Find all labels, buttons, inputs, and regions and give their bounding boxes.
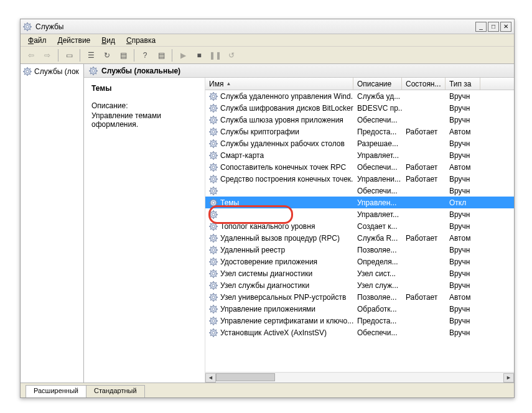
detail-desc-label: Описание: xyxy=(91,101,197,110)
minimize-button[interactable]: _ xyxy=(475,22,487,32)
service-startup: Вручн xyxy=(446,104,480,113)
service-row[interactable]: Узел универсальных PNP-устройствПозволяе… xyxy=(205,291,514,303)
main-header-label: Службы (локальные) xyxy=(101,67,180,75)
client-area: Службы (лок Службы (локальные) Темы Опис… xyxy=(21,64,514,383)
service-row[interactable]: Смарт-картаУправляет...Вручн xyxy=(205,149,514,161)
tab-extended[interactable]: Расширенный xyxy=(26,385,86,397)
stop-button[interactable]: ■ xyxy=(192,49,206,62)
service-name: Тополог канального уровня xyxy=(220,222,315,231)
service-row[interactable]: ТелефонияОбеспечи...Вручн xyxy=(205,185,514,197)
service-row[interactable]: ТемыУправлен...Откл xyxy=(205,197,514,208)
service-row[interactable]: Управление приложениямиОбработк...Вручн xyxy=(205,303,514,315)
service-row[interactable]: Удаленный реестрПозволяе...Вручн xyxy=(205,244,514,256)
service-name: Установщик ActiveX (AxInstSV) xyxy=(220,328,327,337)
service-name: Узел службы диагностики xyxy=(220,281,309,290)
view-tabs: Расширенный Стандартный xyxy=(21,383,514,397)
service-desc: Обеспечи... xyxy=(353,328,402,337)
service-name: Служба шифрования дисков BitLocker xyxy=(220,104,353,113)
service-desc: Позволяе... xyxy=(353,293,402,302)
titlebar[interactable]: Службы _ □ ✕ xyxy=(21,19,514,34)
tree-pane[interactable]: Службы (лок xyxy=(21,64,84,383)
service-row[interactable]: Службы удаленных рабочих столовРазрешае.… xyxy=(205,137,514,149)
list-button[interactable]: ▤ xyxy=(154,49,168,62)
service-desc: Позволяе... xyxy=(353,246,402,254)
service-name: Службы криптографии xyxy=(220,128,299,136)
service-desc: Управлени... xyxy=(353,175,402,183)
tree-node-label: Службы (лок xyxy=(34,67,79,76)
service-state: Работает xyxy=(402,293,446,302)
service-desc: Разрешае... xyxy=(353,139,402,148)
service-row[interactable]: Служба шлюза уровня приложенияОбеспечи..… xyxy=(205,114,514,126)
service-row[interactable]: Установщик ActiveX (AxInstSV)Обеспечи...… xyxy=(205,327,514,338)
separator xyxy=(58,49,58,62)
rows-container: Служба удаленного управления Wind...Служ… xyxy=(205,90,514,372)
service-row[interactable]: Сопоставитель конечных точек RPCОбеспечи… xyxy=(205,161,514,173)
service-name: Служба шлюза уровня приложения xyxy=(220,116,343,124)
scroll-left-icon[interactable]: ◄ xyxy=(205,373,216,383)
service-name: Удаленный реестр xyxy=(220,246,285,254)
column-desc[interactable]: Описание xyxy=(353,78,402,90)
service-name: Удаленный вызов процедур (RPC) xyxy=(220,234,340,243)
service-name: Средство построения конечных точек... xyxy=(220,175,353,183)
service-startup: Автом xyxy=(446,163,480,172)
service-startup: Вручн xyxy=(446,116,480,124)
start-button: ▶ xyxy=(176,49,190,62)
sort-asc-icon: ▲ xyxy=(226,81,231,86)
tree-node-services[interactable]: Службы (лок xyxy=(22,67,82,77)
service-name: Узел универсальных PNP-устройств xyxy=(220,293,346,302)
scroll-right-icon[interactable]: ► xyxy=(503,373,514,383)
column-name[interactable]: Имя▲ xyxy=(205,78,353,90)
service-row[interactable]: Узел системы диагностикиУзел сист...Вруч… xyxy=(205,267,514,279)
export-button[interactable]: ▤ xyxy=(116,49,130,62)
service-row[interactable]: Средство построения конечных точек...Упр… xyxy=(205,173,514,185)
service-row[interactable]: Тополог канального уровняСоздает к...Вру… xyxy=(205,220,514,232)
service-row[interactable]: Узел службы диагностикиУзел служ...Вручн xyxy=(205,279,514,291)
service-startup: Откл xyxy=(446,198,480,207)
scroll-track[interactable] xyxy=(216,373,503,383)
maximize-button[interactable]: □ xyxy=(488,22,499,32)
service-startup: Вручн xyxy=(446,210,480,219)
tab-standard[interactable]: Стандартный xyxy=(86,385,145,397)
service-row[interactable]: Удостоверение приложенияОпределя...Вручн xyxy=(205,256,514,267)
horizontal-scrollbar[interactable]: ◄ ► xyxy=(205,372,514,383)
gear-icon xyxy=(209,234,218,243)
separator xyxy=(134,49,134,62)
gear-icon xyxy=(209,187,218,195)
service-startup: Вручн xyxy=(446,317,480,325)
gear-icon xyxy=(209,163,218,172)
service-desc: Обеспечи... xyxy=(353,187,402,195)
gear-icon xyxy=(89,67,98,75)
detail-pane: Темы Описание: Управление темами оформле… xyxy=(84,78,205,383)
service-name: Удостоверение приложения xyxy=(220,258,317,266)
forward-button: ⇨ xyxy=(40,49,54,62)
detail-desc-text: Управление темами оформления. xyxy=(91,111,197,129)
service-startup: Вручн xyxy=(446,187,480,195)
service-row[interactable]: Удаленный вызов процедур (RPC)Служба R..… xyxy=(205,232,514,244)
show-hide-button[interactable]: ▭ xyxy=(62,49,76,62)
menu-file[interactable]: Файл xyxy=(23,35,52,46)
menu-action[interactable]: Действие xyxy=(53,35,96,46)
properties-button[interactable]: ☰ xyxy=(84,49,98,62)
close-button[interactable]: ✕ xyxy=(500,22,511,32)
refresh-button[interactable]: ↻ xyxy=(100,49,114,62)
service-name: Темы xyxy=(220,198,239,207)
menu-help[interactable]: Справка xyxy=(121,35,161,46)
service-name: Службы удаленных рабочих столов xyxy=(220,139,345,148)
column-state[interactable]: Состоян... xyxy=(402,78,446,90)
menu-view[interactable]: Вид xyxy=(96,35,120,46)
service-row[interactable]: Службы криптографииПредоста...РаботаетАв… xyxy=(205,126,514,137)
service-name: Управление сертификатами и ключо... xyxy=(220,317,353,325)
service-row[interactable]: Служба удаленного управления Wind...Служ… xyxy=(205,90,514,102)
separator xyxy=(172,49,172,62)
gear-icon xyxy=(209,222,218,231)
service-row[interactable]: Служба шифрования дисков BitLockerBDESVC… xyxy=(205,102,514,114)
service-row[interactable]: Управление сертификатами и ключо...Предо… xyxy=(205,315,514,327)
gear-icon xyxy=(209,328,218,337)
scroll-thumb[interactable] xyxy=(216,373,275,381)
column-startup[interactable]: Тип за xyxy=(446,78,480,90)
help-button[interactable]: ? xyxy=(138,49,152,62)
service-row[interactable]: Теневое копирование томаУправляет...Вруч… xyxy=(205,208,514,220)
column-headers: Имя▲ Описание Состоян... Тип за xyxy=(205,78,514,90)
service-startup: Автом xyxy=(446,234,480,243)
gear-icon xyxy=(209,210,218,219)
